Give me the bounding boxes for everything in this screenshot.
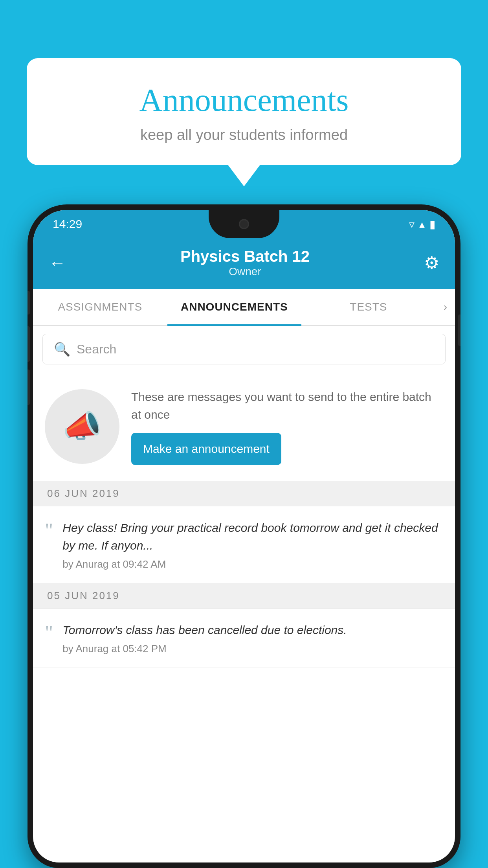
status-icons: ▿ ▴ ▮ — [409, 218, 435, 231]
front-camera — [239, 219, 249, 229]
header-center: Physics Batch 12 Owner — [66, 248, 424, 278]
date-label-1: 06 JUN 2019 — [47, 487, 120, 499]
wifi-icon: ▿ — [409, 218, 415, 231]
phone-screen: 14:29 ▿ ▴ ▮ ← Physics Batch 12 Owner ⚙ — [33, 210, 455, 862]
speech-bubble-arrow — [227, 164, 261, 186]
search-container: 🔍 Search — [33, 326, 455, 372]
tab-tests[interactable]: TESTS — [301, 289, 436, 325]
announcement-message-2: Tomorrow's class has been cancelled due … — [62, 621, 443, 639]
volume-up-button — [28, 326, 30, 362]
speech-bubble: Announcements keep all your students inf… — [27, 58, 461, 165]
signal-icon: ▴ — [419, 218, 425, 231]
search-box[interactable]: 🔍 Search — [42, 334, 446, 364]
date-label-2: 05 JUN 2019 — [47, 590, 120, 601]
quote-icon-2: " — [45, 623, 53, 643]
cta-section: 📣 These are messages you want to send to… — [33, 372, 455, 481]
announcement-message-1: Hey class! Bring your practical record b… — [62, 519, 443, 554]
tab-more-icon[interactable]: › — [436, 289, 455, 325]
tab-announcements[interactable]: ANNOUNCEMENTS — [167, 289, 302, 325]
announcement-title: Announcements — [58, 82, 430, 119]
announcement-author-2: by Anurag at 05:42 PM — [62, 643, 443, 655]
batch-role: Owner — [66, 265, 424, 278]
cta-right: These are messages you want to send to t… — [131, 388, 443, 465]
announcement-item-2[interactable]: " Tomorrow's class has been cancelled du… — [33, 609, 455, 668]
megaphone-circle: 📣 — [45, 389, 119, 464]
back-button[interactable]: ← — [49, 253, 66, 273]
search-placeholder: Search — [77, 342, 116, 357]
batch-title: Physics Batch 12 — [66, 248, 424, 265]
announcement-subtitle: keep all your students informed — [58, 127, 430, 143]
speech-bubble-container: Announcements keep all your students inf… — [27, 58, 461, 186]
phone-frame: 14:29 ▿ ▴ ▮ ← Physics Batch 12 Owner ⚙ — [28, 204, 460, 868]
battery-icon: ▮ — [429, 218, 435, 231]
megaphone-icon: 📣 — [62, 408, 102, 445]
phone-container: 14:29 ▿ ▴ ▮ ← Physics Batch 12 Owner ⚙ — [28, 204, 460, 868]
make-announcement-button[interactable]: Make an announcement — [131, 433, 281, 465]
status-time: 14:29 — [53, 217, 82, 231]
date-separator-2: 05 JUN 2019 — [33, 583, 455, 609]
app-header: ← Physics Batch 12 Owner ⚙ — [33, 238, 455, 289]
announcement-content-1: Hey class! Bring your practical record b… — [62, 519, 443, 570]
tabs-container: ASSIGNMENTS ANNOUNCEMENTS TESTS › — [33, 289, 455, 326]
settings-icon[interactable]: ⚙ — [424, 253, 439, 273]
power-button — [458, 314, 460, 346]
announcement-item-1[interactable]: " Hey class! Bring your practical record… — [33, 506, 455, 583]
cta-description: These are messages you want to send to t… — [131, 388, 443, 423]
date-separator-1: 06 JUN 2019 — [33, 481, 455, 506]
search-icon: 🔍 — [54, 341, 70, 357]
silent-button — [28, 291, 30, 314]
tab-assignments[interactable]: ASSIGNMENTS — [33, 289, 167, 325]
announcement-author-1: by Anurag at 09:42 AM — [62, 558, 443, 570]
quote-icon-1: " — [45, 520, 53, 541]
notch — [209, 210, 279, 238]
volume-down-button — [28, 370, 30, 405]
announcement-content-2: Tomorrow's class has been cancelled due … — [62, 621, 443, 655]
